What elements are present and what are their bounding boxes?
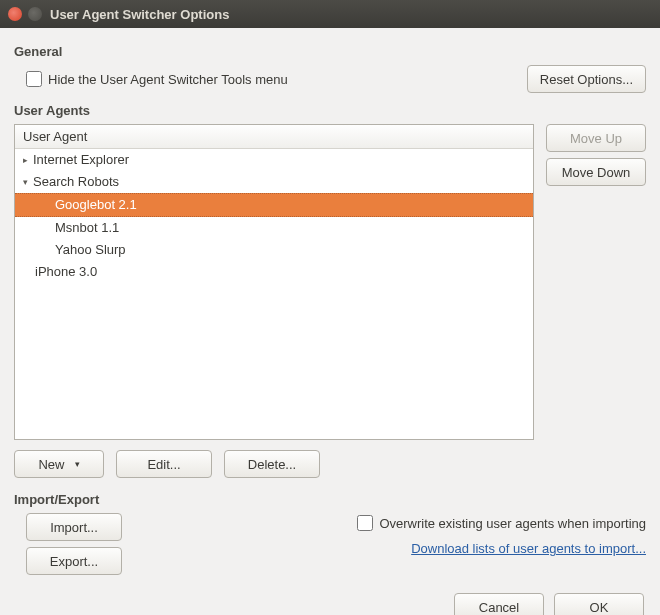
window-controls	[8, 7, 42, 21]
list-item-label: Msnbot 1.1	[55, 219, 119, 237]
list-item[interactable]: iPhone 3.0	[15, 261, 533, 283]
overwrite-checkbox[interactable]	[357, 515, 373, 531]
new-button[interactable]: New ▾	[14, 450, 104, 478]
list-item-label: Googlebot 2.1	[55, 196, 137, 214]
edit-button[interactable]: Edit...	[116, 450, 212, 478]
overwrite-label: Overwrite existing user agents when impo…	[379, 516, 646, 531]
delete-button[interactable]: Delete...	[224, 450, 320, 478]
cancel-button[interactable]: Cancel	[454, 593, 544, 615]
move-up-button[interactable]: Move Up	[546, 124, 646, 152]
new-button-label: New	[38, 457, 64, 472]
list-item-label: Yahoo Slurp	[55, 241, 126, 259]
hide-menu-checkbox-row[interactable]: Hide the User Agent Switcher Tools menu	[26, 71, 288, 87]
list-item[interactable]: Msnbot 1.1	[15, 217, 533, 239]
minimize-icon[interactable]	[28, 7, 42, 21]
hide-menu-checkbox[interactable]	[26, 71, 42, 87]
chevron-down-icon: ▾	[75, 459, 80, 469]
export-button[interactable]: Export...	[26, 547, 122, 575]
import-button[interactable]: Import...	[26, 513, 122, 541]
user-agent-list[interactable]: User Agent ▸Internet Explorer▾Search Rob…	[14, 124, 534, 440]
list-header[interactable]: User Agent	[15, 125, 533, 149]
section-user-agents: User Agents	[14, 103, 646, 118]
section-general: General	[14, 44, 646, 59]
reset-options-button[interactable]: Reset Options...	[527, 65, 646, 93]
ok-button[interactable]: OK	[554, 593, 644, 615]
list-item[interactable]: Googlebot 2.1	[15, 193, 533, 217]
titlebar: User Agent Switcher Options	[0, 0, 660, 28]
list-item-label: iPhone 3.0	[35, 263, 97, 281]
move-down-button[interactable]: Move Down	[546, 158, 646, 186]
list-item[interactable]: Yahoo Slurp	[15, 239, 533, 261]
arrow-right-icon[interactable]: ▸	[23, 151, 31, 169]
download-link[interactable]: Download lists of user agents to import.…	[411, 541, 646, 556]
window-title: User Agent Switcher Options	[50, 7, 229, 22]
hide-menu-label: Hide the User Agent Switcher Tools menu	[48, 72, 288, 87]
overwrite-checkbox-row[interactable]: Overwrite existing user agents when impo…	[357, 515, 646, 531]
arrow-down-icon[interactable]: ▾	[23, 173, 31, 191]
list-item[interactable]: ▸Internet Explorer	[15, 149, 533, 171]
list-item-label: Internet Explorer	[33, 151, 129, 169]
list-item-label: Search Robots	[33, 173, 119, 191]
section-import-export: Import/Export	[14, 492, 646, 507]
list-item[interactable]: ▾Search Robots	[15, 171, 533, 193]
close-icon[interactable]	[8, 7, 22, 21]
